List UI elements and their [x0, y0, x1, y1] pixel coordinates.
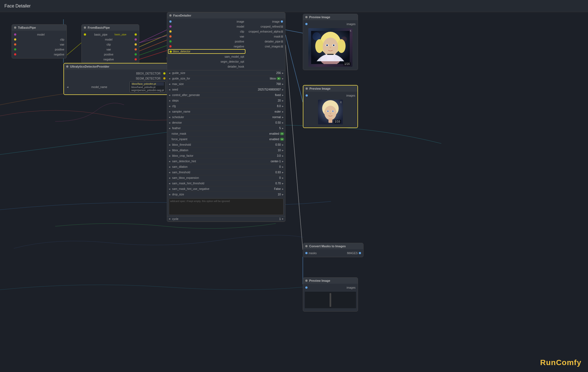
port-vae-in — [169, 35, 172, 38]
label-images2: images — [346, 94, 355, 97]
port-segm-detector — [163, 77, 165, 79]
preview2-thumbnail: 1/16 x — [318, 100, 343, 124]
param-bbox-dilation: ◄ bbox_dilation 10 ► — [167, 148, 285, 153]
label-positive2: positive — [104, 53, 113, 56]
label-vae2: vae — [106, 48, 111, 51]
param-sam-mask-hint-threshold: ◄ sam_mask_hint_threshold 0.70 ► — [167, 181, 285, 186]
page-title: Face Detailer — [4, 4, 31, 9]
ultralytics-modelname-row: ◄ model_name bbox/face_yolov8m.pt bbox/h… — [64, 81, 168, 93]
convert-masks-title: Convert Masks to Images — [309, 245, 346, 248]
label-image: image — [237, 20, 244, 23]
svg-line-2 — [139, 35, 167, 47]
node-tobasicpipe: ToBasicPipe model clip vae positive — [12, 24, 67, 59]
fd-input-negative: negative — [167, 44, 246, 49]
model-dropdown[interactable]: bbox/face_yolov8m.pt bbox/hand_yolov8s.p… — [130, 81, 165, 92]
toggle-force-inpaint[interactable]: ● — [280, 138, 284, 141]
port-basic-pipe-in — [84, 33, 86, 36]
label-detailerpipe-out: detailer_pipe — [265, 40, 280, 43]
param-cfg: ◄ cfg 8.0 ► — [167, 103, 285, 109]
model-option-1[interactable]: bbox/face_yolov8m.pt — [131, 82, 164, 86]
svg-rect-34 — [328, 118, 332, 123]
label-positive: positive — [55, 48, 64, 51]
label-basic-pipe: basic_pipe — [94, 33, 108, 36]
frombasicpipe-model-row: model — [82, 37, 139, 42]
svg-rect-24 — [327, 54, 334, 55]
label-vae-in: vae — [240, 35, 244, 38]
port-images2-in — [306, 94, 308, 97]
node-frombasicpipe: FromBasicPipe basic_pipe basic_pipe mode… — [81, 24, 139, 63]
preview2-images-row: images — [303, 93, 357, 98]
facedetailer-dot — [169, 14, 172, 17]
frombasicpipe-title: FromBasicPipe — [88, 26, 110, 29]
label-model2: model — [105, 38, 112, 41]
preview3-dot — [305, 280, 308, 282]
fd-input-image: image — [167, 19, 246, 24]
port-clip-out — [135, 43, 137, 46]
port-images3-in — [305, 286, 308, 289]
fd-input-model: model — [167, 24, 246, 29]
svg-line-9 — [285, 45, 303, 250]
label-images-out: IMAGES — [347, 252, 358, 255]
label-cnet-out: cnet_images — [265, 45, 280, 48]
preview1-images-row: images — [303, 22, 358, 26]
fd-output-mask: mask — [246, 34, 285, 39]
node-dot — [14, 26, 16, 29]
fd-input-clip: clip — [167, 29, 246, 34]
arrow-left-model[interactable]: ◄ — [66, 86, 69, 89]
toggle-guide-size-for[interactable]: ● — [277, 77, 281, 80]
preview3-content — [305, 292, 356, 308]
label-image-out: image — [272, 20, 280, 23]
param-guide-size-for: ◄ guide_size_for bbox ● ► — [167, 76, 285, 81]
model-option-2[interactable]: bbox/hand_yolov8s.pt — [131, 86, 164, 89]
port-clip-in — [169, 30, 172, 33]
port-negative-out — [135, 58, 137, 60]
param-sam-threshold: ◄ sam_threshold 0.93 ► — [167, 170, 285, 175]
preview2-page: 1/16 — [334, 120, 341, 123]
param-sam-detection-hint: ◄ sam_detection_hint center-1 ► — [167, 159, 285, 164]
preview1-dot — [305, 16, 308, 18]
port-vae — [14, 43, 16, 46]
param-drop-size: ◄ drop_size 10 ► — [167, 192, 285, 197]
preview1-thumbnail: 1/16 x — [308, 28, 352, 67]
frombasicpipe-negative-row: negative — [82, 57, 139, 62]
param-feather: ◄ feather 5 ► — [167, 126, 285, 131]
port-positive-in — [169, 40, 172, 42]
svg-point-15 — [315, 39, 324, 53]
convert-masks-dot — [305, 245, 308, 247]
port-negative — [14, 53, 16, 55]
preview2-title: Preview Image — [309, 87, 330, 90]
fd-output-cropped: cropped_refined — [246, 24, 285, 29]
toggle-noise-mask[interactable]: ● — [280, 132, 284, 135]
label-positive-in: positive — [235, 40, 244, 43]
port-cnet-grid — [281, 46, 283, 47]
preview2-close[interactable]: x — [340, 100, 342, 104]
label-clip: clip — [60, 38, 64, 41]
port-image-in — [169, 20, 172, 23]
param-cycle: ◄ cycle 1 ► — [167, 216, 285, 222]
svg-point-25 — [312, 32, 321, 41]
preview1-page: 1/16 — [343, 62, 351, 66]
param-force-inpaint: force_inpaint enabled ● — [167, 137, 285, 142]
preview3-images-row: images — [303, 285, 358, 290]
label-vae: vae — [60, 43, 64, 46]
tobasicpipe-vae-row: vae — [12, 42, 66, 47]
port-model-in — [169, 25, 172, 28]
ultralytics-dot — [66, 65, 68, 68]
svg-point-17 — [323, 38, 338, 56]
param-denoise: ◄ denoise 0.50 ► — [167, 120, 285, 126]
param-max-size: ◄ max_size 768 ► — [167, 81, 285, 87]
param-sam-bbox-expansion: ◄ sam_bbox_expansion 0 ► — [167, 175, 285, 181]
bbox-detector-label: BBOX_DETECTOR — [66, 72, 162, 75]
segm-detector-label: SEGM_DETECTOR — [66, 77, 162, 80]
wildcard-textarea[interactable]: wildcard spec: if kept empty, this optio… — [169, 198, 284, 215]
param-control-after: ◄ control_after_generate fixed ► — [167, 92, 285, 98]
preview1-close[interactable]: x — [350, 29, 351, 33]
model-option-3[interactable]: segm/person_yolov8m-seg.pt — [131, 89, 164, 92]
label-detailer-hook: detailer_hook — [228, 65, 244, 68]
param-bbox-crop-factor: ◄ bbox_crop_factor 3.0 ► — [167, 153, 285, 159]
svg-line-4 — [139, 46, 167, 55]
svg-line-5 — [139, 51, 167, 59]
ultralytics-segm-row: SEGM_DETECTOR — [64, 76, 168, 81]
label-sam-model: sam_model_opt — [224, 55, 244, 58]
preview2-dot — [306, 87, 308, 90]
